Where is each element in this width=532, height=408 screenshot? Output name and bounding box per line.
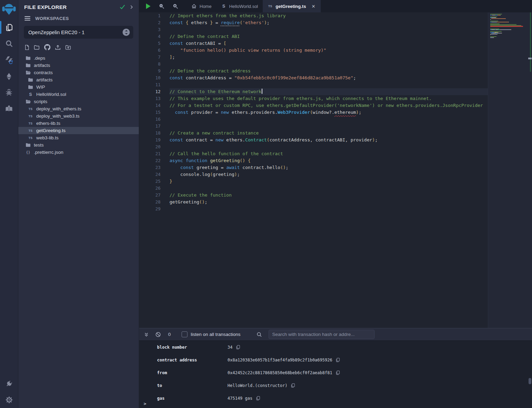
activity-learn[interactable] [0,100,18,117]
transaction-count: 0 [168,332,171,337]
file-item-.deps[interactable]: .deps [18,54,139,62]
code-line-6[interactable]: 6 "function hello() public view returns … [139,47,488,54]
file-item-artifacts[interactable]: artifacts [18,76,139,83]
file-item-deploy_with_ethers.ts[interactable]: TSdeploy_with_ethers.ts [18,105,139,112]
line-number: 22 [139,157,161,164]
code-line-15[interactable]: 15 const provider = new ethers.providers… [139,109,488,116]
line-number: 19 [139,137,161,143]
code-lines[interactable]: 1// Import ethers from the ethers.js lib… [139,12,488,328]
code-line-12[interactable]: 12// Connect to the Ethereum network [139,88,488,95]
solidity-icon: S [221,4,226,9]
activity-remix-logo[interactable] [0,0,18,19]
code-line-22[interactable]: 22async function getGreeting() { [139,157,488,164]
code-line-7[interactable]: 7]; [139,54,488,61]
line-content: async function getGreeting() { [170,157,488,164]
terminal-header: 0 listen on all transactions [139,328,532,341]
activity-debugger[interactable] [0,84,18,100]
remix-logo-icon [2,3,16,17]
chevron-right-icon[interactable] [130,5,133,9]
line-content: // Define the contract ABI [170,33,488,40]
activity-file-explorer[interactable] [0,19,18,36]
code-line-4[interactable]: 4// Define the contract ABI [139,33,488,40]
code-line-18[interactable]: 18// Create a new contract instance [139,130,488,137]
collapse-terminal-icon[interactable] [144,332,149,337]
file-item-label: WIP [36,84,45,90]
activity-plugin-manager[interactable] [0,376,18,392]
close-tab-icon[interactable]: ✕ [311,4,316,9]
code-line-14[interactable]: 14// For a testnet or custom RPC, use et… [139,102,488,109]
upload-file-icon [55,44,61,50]
run-script-button[interactable] [146,3,151,9]
code-line-26[interactable]: 26 [139,185,488,192]
copy-icon[interactable] [256,396,260,400]
workspace-selector[interactable]: OpenZeppelin ERC20 - 1 [24,26,133,39]
code-line-13[interactable]: 13// This example uses the default provi… [139,95,488,102]
code-line-10[interactable]: 10const contractAddress = "0xb54febb5c0c… [139,74,488,81]
code-line-2[interactable]: 2const { ethers } = require('ethers'); [139,19,488,26]
activity-deploy-run[interactable] [0,68,18,84]
terminal-search-icon[interactable] [257,332,262,337]
code-line-21[interactable]: 21// Call the hello function of the cont… [139,150,488,157]
code-editor[interactable]: 1// Import ethers from the ethers.js lib… [139,12,532,328]
upload-folder-button[interactable] [65,45,71,50]
file-item-web3-lib.ts[interactable]: TSweb3-lib.ts [18,134,139,141]
code-line-20[interactable]: 20 [139,143,488,150]
code-line-23[interactable]: 23 const greeting = await contract.hello… [139,164,488,171]
file-item-contracts[interactable]: contracts [18,69,139,76]
code-line-19[interactable]: 19const contract = new ethers.Contract(c… [139,137,488,143]
terminal-scrollbar[interactable] [529,378,531,384]
copy-icon[interactable] [291,383,295,388]
activity-solidity-compiler[interactable] [0,52,18,68]
code-line-5[interactable]: 5const contractABI = [ [139,40,488,47]
file-item-tests[interactable]: tests [18,141,139,149]
tab-getGreeting.ts[interactable]: TSgetGreeting.ts✕ [263,0,321,12]
code-line-3[interactable]: 3 [139,26,488,33]
clear-console-icon[interactable] [155,332,161,337]
code-line-9[interactable]: 9// Define the contract address [139,68,488,74]
listen-transactions-checkbox[interactable] [182,331,187,337]
code-line-1[interactable]: 1// Import ethers from the ethers.js lib… [139,12,488,19]
file-item-deploy_with_web3.ts[interactable]: TSdeploy_with_web3.ts [18,112,139,120]
new-file-button[interactable] [25,44,29,50]
terminal-search-input[interactable] [269,330,375,339]
solidity-compiler-icon [4,56,13,64]
code-line-27[interactable]: 27// Execute the function [139,192,488,199]
code-line-16[interactable]: 16 [139,116,488,123]
code-line-17[interactable]: 17 [139,123,488,130]
code-line-24[interactable]: 24 console.log(greeting); [139,171,488,178]
folder-open-icon [26,70,31,75]
activity-search[interactable] [0,36,18,52]
transaction-detail-row: block number34 [139,341,532,354]
detail-value: 475149 gas [228,396,252,401]
activity-settings[interactable] [0,392,18,408]
file-item-getGreeting.ts[interactable]: TSgetGreeting.ts [18,127,139,134]
tab-Home[interactable]: Home [186,0,216,12]
copy-icon[interactable] [336,370,340,375]
file-item-scripts[interactable]: scripts [18,98,139,105]
terminal-body: block number34contract address0x8a120383… [139,341,532,408]
code-line-28[interactable]: 28getGreeting(); [139,199,488,206]
minimap[interactable] [488,12,532,328]
code-line-25[interactable]: 25} [139,178,488,185]
file-item-ethers-lib.ts[interactable]: TSethers-lib.ts [18,120,139,127]
upload-file-button[interactable] [55,44,61,50]
code-line-11[interactable]: 11 [139,81,488,88]
check-icon[interactable] [119,4,125,10]
file-item-.prettierrc.json[interactable]: { }.prettierrc.json [18,149,139,156]
zoom-in-button[interactable] [173,3,178,9]
hamburger-menu-icon[interactable] [25,16,30,21]
copy-icon[interactable] [336,358,340,362]
tab-HelloWorld.sol[interactable]: SHelloWorld.sol [216,0,263,12]
code-line-29[interactable]: 29 [139,206,488,212]
line-content: console.log(greeting); [170,171,488,178]
zoom-out-button[interactable] [159,3,164,9]
new-folder-button[interactable] [34,45,40,50]
file-item-HelloWorld.sol[interactable]: SHelloWorld.sol [18,91,139,98]
file-item-artifacts[interactable]: artifacts [18,62,139,69]
line-content [170,123,488,130]
code-line-8[interactable]: 8 [139,61,488,68]
file-item-WIP[interactable]: WIP [18,83,139,91]
copy-icon[interactable] [236,345,240,349]
github-button[interactable] [44,44,50,50]
terminal-prompt[interactable]: > [144,401,146,406]
